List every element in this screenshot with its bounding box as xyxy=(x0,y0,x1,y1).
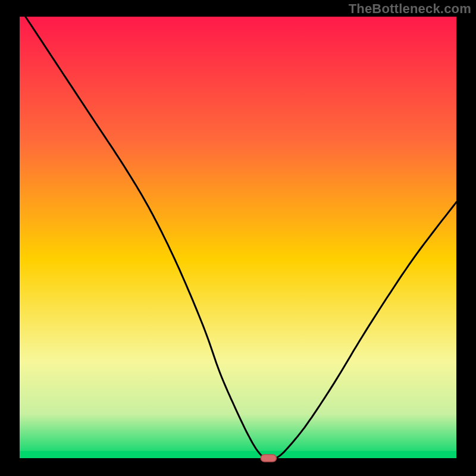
bottleneck-chart xyxy=(0,0,476,476)
chart-container: TheBottleneck.com xyxy=(0,0,476,476)
chart-background xyxy=(20,17,456,458)
optimal-point-marker xyxy=(261,455,276,462)
attribution-label: TheBottleneck.com xyxy=(349,1,471,17)
chart-baseline-strip xyxy=(20,451,456,458)
